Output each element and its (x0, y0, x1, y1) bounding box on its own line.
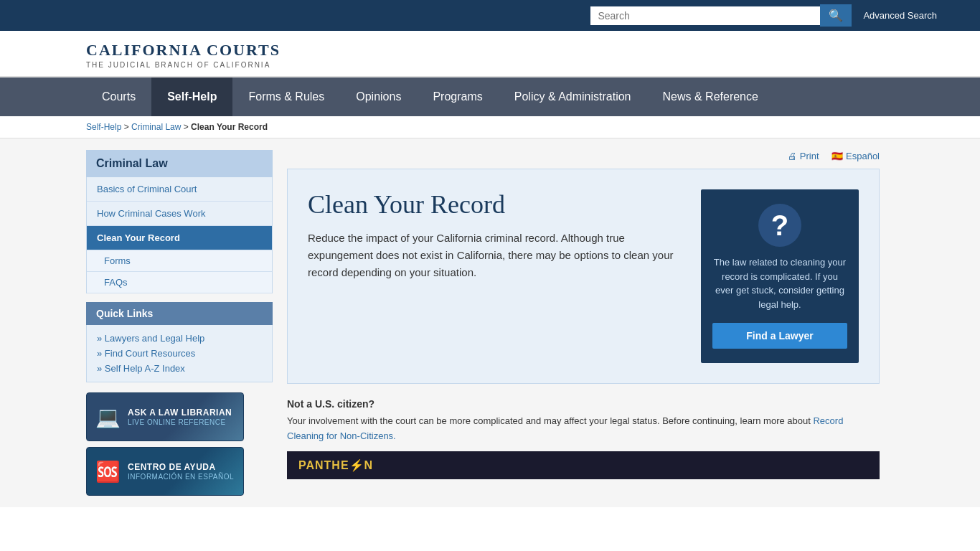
quick-link-self-help-index[interactable]: Self Help A-Z Index (97, 361, 262, 376)
banner-centro-main: Centro de Ayuda (128, 462, 234, 474)
nav-opinions[interactable]: Opinions (340, 77, 417, 116)
pantheon-bar: PANTHE⚡N (287, 451, 880, 479)
banner-law-librarian[interactable]: 💻 Ask a Law Librarian Live Online Refere… (86, 392, 244, 441)
main-nav: Courts Self-Help Forms & Rules Opinions … (0, 77, 980, 116)
nav-courts[interactable]: Courts (86, 77, 151, 116)
hero-box: Clean Your Record Reduce the impact of y… (287, 169, 880, 384)
page-title: Clean Your Record (308, 189, 687, 220)
hero-description: Reduce the impact of your California cri… (308, 230, 687, 281)
sidebar-link-how[interactable]: How Criminal Cases Work (87, 202, 272, 226)
help-icon: 🆘 (95, 460, 121, 484)
logo-area: California Courts The Judicial Branch of… (0, 31, 980, 77)
banner-centro[interactable]: 🆘 Centro de Ayuda Información en Español (86, 447, 244, 496)
info-card-text: The law related to cleaning your record … (712, 255, 847, 311)
citizen-title: Not a U.S. citizen? (287, 398, 880, 410)
logo-subtitle: The Judicial Branch of California (86, 61, 894, 69)
breadcrumb-current: Clean Your Record (191, 122, 268, 132)
sidebar-link-basics[interactable]: Basics of Criminal Court (87, 177, 272, 202)
question-icon: ? (758, 204, 801, 247)
nav-news[interactable]: News & Reference (647, 77, 774, 116)
advanced-search-link[interactable]: Advanced Search (863, 10, 937, 21)
search-input[interactable] (590, 6, 820, 25)
nav-self-help[interactable]: Self-Help (151, 77, 232, 116)
breadcrumb: Self-Help > Criminal Law > Clean Your Re… (0, 116, 980, 138)
hero-text: Clean Your Record Reduce the impact of y… (308, 189, 687, 363)
banner-law-main: Ask a Law Librarian (128, 408, 232, 419)
espanol-link[interactable]: 🇪🇸 Español (831, 151, 880, 161)
sidebar: Criminal Law Basics of Criminal Court Ho… (86, 138, 273, 507)
top-bar: 🔍 Advanced Search (0, 0, 980, 31)
print-bar: 🖨 Print 🇪🇸 Español (287, 150, 880, 161)
sidebar-sub-forms[interactable]: Forms (87, 250, 272, 272)
find-lawyer-button[interactable]: Find a Lawyer (712, 323, 847, 349)
quick-links-body: Lawyers and Legal Help Find Court Resour… (86, 325, 273, 382)
citizen-section: Not a U.S. citizen? Your involvement wit… (287, 398, 880, 444)
laptop-icon: 💻 (95, 405, 121, 429)
logo-title: California Courts (86, 41, 894, 60)
breadcrumb-self-help[interactable]: Self-Help (86, 122, 121, 132)
nav-policy[interactable]: Policy & Administration (499, 77, 647, 116)
sidebar-link-clean[interactable]: Clean Your Record (87, 226, 272, 250)
sidebar-section-title: Criminal Law (86, 150, 273, 177)
info-card: ? The law related to cleaning your recor… (701, 189, 859, 363)
sidebar-links: Basics of Criminal Court How Criminal Ca… (86, 177, 273, 250)
citizen-text: Your involvement with the court can be m… (287, 414, 880, 444)
quick-link-court-resources[interactable]: Find Court Resources (97, 346, 262, 361)
quick-links-title: Quick Links (86, 302, 273, 325)
pantheon-label: PANTHE⚡N (298, 459, 373, 471)
sidebar-sub-faqs[interactable]: FAQs (87, 272, 272, 293)
banner-centro-sub: Información en Español (128, 473, 234, 481)
search-button[interactable]: 🔍 (820, 4, 852, 27)
sidebar-sub-links: Forms FAQs (86, 250, 273, 293)
nav-programs[interactable]: Programs (417, 77, 498, 116)
print-link[interactable]: 🖨 Print (788, 151, 819, 161)
quick-link-lawyers[interactable]: Lawyers and Legal Help (97, 331, 262, 346)
content-wrapper: Criminal Law Basics of Criminal Court Ho… (0, 138, 980, 507)
banner-law-sub: Live Online Reference (128, 418, 232, 426)
nav-forms-rules[interactable]: Forms & Rules (232, 77, 340, 116)
main-content: 🖨 Print 🇪🇸 Español Clean Your Record Red… (273, 138, 894, 507)
breadcrumb-criminal-law[interactable]: Criminal Law (131, 122, 181, 132)
